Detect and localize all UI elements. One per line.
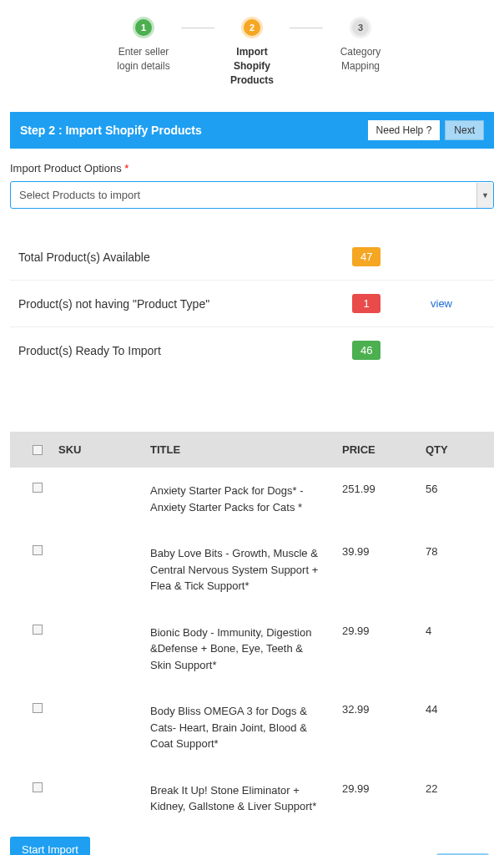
step-3: 3 CategoryMapping: [323, 17, 398, 73]
stat-no-type: Product(s) not having "Product Type" 1 v…: [10, 281, 494, 327]
step-connector: [290, 28, 323, 28]
row-price: 29.99: [342, 625, 426, 637]
row-qty: 4: [426, 625, 487, 637]
header-actions: Need Help ? Next: [368, 120, 484, 140]
footer: Start Import Next: [0, 827, 504, 855]
row-qty: 78: [426, 545, 487, 558]
table-header: SKU TITLE PRICE QTY: [10, 432, 494, 468]
step-2-label: ImportShopifyProducts: [230, 45, 274, 87]
row-qty: 44: [426, 703, 487, 716]
row-price: 251.99: [342, 483, 426, 495]
row-check: [17, 703, 58, 713]
select-all-checkbox[interactable]: [33, 445, 43, 455]
row-checkbox[interactable]: [33, 545, 43, 555]
stats-section: Total Product(s) Available 47 Product(s)…: [0, 217, 504, 373]
row-checkbox[interactable]: [33, 483, 43, 493]
row-title: Bionic Body - Immunity, Digestion &Defen…: [150, 625, 342, 674]
row-price: 29.99: [342, 782, 426, 795]
row-title: Anxiety Starter Pack for Dogs* - Anxiety…: [150, 483, 342, 515]
table-row: Body Bliss OMEGA 3 for Dogs & Cats- Hear…: [10, 688, 494, 767]
step-2: 2 ImportShopifyProducts: [214, 17, 290, 87]
chevron-down-icon: ▼: [476, 183, 493, 208]
row-check: [17, 625, 58, 635]
row-checkbox[interactable]: [33, 625, 43, 635]
need-help-button[interactable]: Need Help ?: [368, 120, 441, 140]
table-body[interactable]: Anxiety Starter Pack for Dogs* - Anxiety…: [10, 468, 494, 818]
stat-available-label: Total Product(s) Available: [18, 250, 352, 264]
stepper: 1 Enter sellerlogin details 2 ImportShop…: [0, 0, 504, 112]
stat-available-badge: 47: [352, 247, 381, 266]
import-select[interactable]: Select Products to import: [11, 182, 476, 208]
header-check: [17, 443, 58, 456]
row-title: Body Bliss OMEGA 3 for Dogs & Cats- Hear…: [150, 703, 342, 752]
start-import-button[interactable]: Start Import: [10, 837, 90, 855]
stat-ready: Product(s) Ready To Import 46: [10, 327, 494, 373]
stat-no-type-badge: 1: [352, 294, 381, 313]
header-sku: SKU: [58, 443, 150, 456]
step-title: Step 2 : Import Shopify Products: [20, 124, 202, 137]
step-1-label: Enter sellerlogin details: [117, 45, 169, 73]
step-connector: [181, 28, 214, 28]
row-checkbox[interactable]: [33, 782, 43, 792]
import-options-label: Import Product Options *: [10, 162, 494, 175]
step-1: 1 Enter sellerlogin details: [106, 17, 181, 73]
step-1-circle: 1: [133, 17, 154, 38]
step-2-circle: 2: [241, 17, 263, 38]
row-check: [17, 545, 58, 555]
row-check: [17, 483, 58, 493]
table-row: Anxiety Starter Pack for Dogs* - Anxiety…: [10, 468, 494, 530]
row-title: Baby Love Bits - Growth, Muscle & Centra…: [150, 545, 342, 594]
import-select-wrap[interactable]: Select Products to import ▼: [10, 181, 494, 209]
next-button-top[interactable]: Next: [445, 120, 484, 140]
header-title: TITLE: [150, 443, 342, 456]
stat-ready-badge: 46: [352, 341, 381, 360]
header-qty: QTY: [426, 443, 487, 456]
row-price: 39.99: [342, 545, 426, 558]
stat-no-type-label: Product(s) not having "Product Type": [18, 297, 352, 311]
row-check: [17, 782, 58, 792]
stat-available: Total Product(s) Available 47: [10, 234, 494, 281]
step-3-circle: 3: [350, 17, 371, 38]
view-link[interactable]: view: [431, 297, 452, 310]
row-qty: 22: [426, 782, 487, 795]
header-price: PRICE: [342, 443, 426, 456]
row-qty: 56: [426, 483, 487, 495]
stat-ready-label: Product(s) Ready To Import: [18, 344, 352, 357]
import-options-section: Import Product Options * Select Products…: [0, 149, 504, 217]
table-row: Baby Love Bits - Growth, Muscle & Centra…: [10, 530, 494, 610]
products-table: SKU TITLE PRICE QTY Anxiety Starter Pack…: [10, 432, 494, 818]
row-price: 32.99: [342, 703, 426, 716]
row-checkbox[interactable]: [33, 703, 43, 713]
step-3-label: CategoryMapping: [340, 45, 381, 73]
step-header: Step 2 : Import Shopify Products Need He…: [10, 112, 494, 149]
table-row: Bionic Body - Immunity, Digestion &Defen…: [10, 610, 494, 689]
row-title: Break It Up! Stone Eliminator + Kidney, …: [150, 782, 342, 815]
required-asterisk: *: [124, 162, 129, 175]
table-row: Break It Up! Stone Eliminator + Kidney, …: [10, 767, 494, 819]
